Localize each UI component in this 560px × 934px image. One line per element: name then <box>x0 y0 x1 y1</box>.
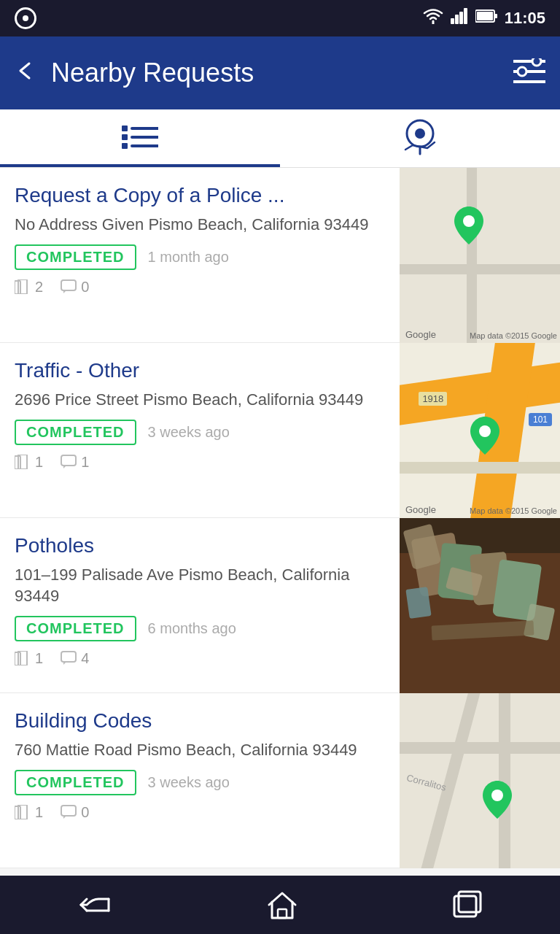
svg-point-19 <box>415 128 425 139</box>
item-address: 2696 Price Street Pismo Beach, Californi… <box>15 390 385 411</box>
app-bar: Nearby Requests <box>0 36 560 109</box>
svg-rect-14 <box>122 143 128 149</box>
svg-rect-13 <box>122 134 128 140</box>
item-title: Request a Copy of a Police ... <box>15 182 385 209</box>
time-ago: 3 weeks ago <box>148 774 230 791</box>
nav-home-button[interactable] <box>266 889 298 921</box>
time-ago: 1 month ago <box>148 249 229 266</box>
vote-number: 2 <box>35 279 43 296</box>
status-bar-right: 11:05 <box>423 8 545 28</box>
svg-rect-35 <box>278 909 287 918</box>
item-title: Potholes <box>15 533 385 559</box>
vote-count: 1 <box>15 804 43 821</box>
location-status-icon <box>15 7 36 29</box>
comment-number: 0 <box>81 279 89 296</box>
item-address: No Address Given Pismo Beach, California… <box>15 215 385 236</box>
svg-point-8 <box>532 58 541 66</box>
status-badge: COMPLETED <box>15 770 136 795</box>
nav-recents-button[interactable] <box>451 889 483 921</box>
tab-list[interactable] <box>0 109 280 167</box>
vote-number: 1 <box>35 650 43 667</box>
back-button[interactable] <box>15 58 36 88</box>
status-badge: COMPLETED <box>15 244 136 270</box>
time-ago: 3 weeks ago <box>148 424 230 441</box>
page-title: Nearby Requests <box>51 58 254 88</box>
svg-rect-33 <box>61 806 76 816</box>
vote-count: 1 <box>15 650 43 667</box>
svg-rect-6 <box>477 12 493 20</box>
svg-point-27 <box>479 425 491 437</box>
status-badge: COMPLETED <box>15 420 136 445</box>
vote-count: 2 <box>15 279 43 296</box>
svg-point-10 <box>518 67 526 76</box>
svg-point-23 <box>463 215 475 227</box>
status-row: COMPLETED 3 weeks ago <box>15 770 385 795</box>
item-address: 101–199 Palisade Ave Pismo Beach, Califo… <box>15 565 385 606</box>
list-item[interactable]: Potholes 101–199 Palisade Ave Pismo Beac… <box>0 518 560 693</box>
comment-count: 4 <box>61 650 89 667</box>
svg-rect-12 <box>122 126 128 131</box>
item-address: 760 Mattie Road Pismo Beach, California … <box>15 740 385 761</box>
time-ago: 6 months ago <box>148 620 236 637</box>
list-item[interactable]: Request a Copy of a Police ... No Addres… <box>0 168 560 343</box>
item-content: Traffic - Other 2696 Price Street Pismo … <box>0 343 400 517</box>
time-display: 11:05 <box>505 9 545 28</box>
wifi-icon <box>423 8 443 28</box>
svg-point-34 <box>491 790 503 801</box>
svg-rect-2 <box>459 12 463 24</box>
svg-rect-5 <box>494 14 497 18</box>
status-row: COMPLETED 1 month ago <box>15 244 385 270</box>
meta-row: 1 4 <box>15 650 385 667</box>
status-bar-left <box>15 7 36 29</box>
meta-row: 1 0 <box>15 804 385 821</box>
signal-icon <box>451 8 468 28</box>
item-content: Request a Copy of a Police ... No Addres… <box>0 168 400 342</box>
vote-number: 1 <box>35 454 43 471</box>
tab-bar <box>0 109 560 168</box>
item-content: Building Codes 760 Mattie Road Pismo Bea… <box>0 693 400 868</box>
nav-back-button[interactable] <box>77 892 113 918</box>
comment-count: 0 <box>61 804 89 821</box>
vote-number: 1 <box>35 804 43 821</box>
app-bar-left: Nearby Requests <box>15 58 254 88</box>
svg-rect-22 <box>61 280 76 290</box>
tab-map[interactable] <box>280 109 560 167</box>
meta-row: 2 0 <box>15 279 385 296</box>
svg-rect-30 <box>61 652 76 662</box>
item-title: Traffic - Other <box>15 358 385 384</box>
filter-button[interactable] <box>513 58 545 88</box>
nav-bar <box>0 876 560 934</box>
svg-rect-1 <box>455 15 459 24</box>
battery-icon <box>475 9 497 28</box>
status-bar: 11:05 <box>0 0 560 36</box>
meta-row: 1 1 <box>15 454 385 471</box>
vote-count: 1 <box>15 454 43 471</box>
status-row: COMPLETED 3 weeks ago <box>15 420 385 445</box>
svg-rect-26 <box>61 455 76 466</box>
comment-count: 0 <box>61 279 89 296</box>
item-content: Potholes 101–199 Palisade Ave Pismo Beac… <box>0 518 400 692</box>
item-map-thumbnail: Corralitos <box>400 693 560 868</box>
list-item[interactable]: Building Codes 760 Mattie Road Pismo Bea… <box>0 693 560 868</box>
items-list: Request a Copy of a Police ... No Addres… <box>0 168 560 868</box>
comment-number: 4 <box>81 650 89 667</box>
comment-number: 1 <box>81 454 89 471</box>
status-row: COMPLETED 6 months ago <box>15 616 385 641</box>
item-map-thumbnail: Google Map data ©2015 Google <box>400 168 560 343</box>
list-item[interactable]: Traffic - Other 2696 Price Street Pismo … <box>0 343 560 518</box>
svg-rect-0 <box>451 18 454 24</box>
comment-count: 1 <box>61 454 89 471</box>
svg-rect-3 <box>464 8 467 24</box>
comment-number: 0 <box>81 804 89 821</box>
status-badge: COMPLETED <box>15 616 136 641</box>
item-photo-thumbnail <box>400 518 560 693</box>
item-map-thumbnail: 1918 101 Google Map data ©2015 Google <box>400 343 560 518</box>
item-title: Building Codes <box>15 708 385 734</box>
